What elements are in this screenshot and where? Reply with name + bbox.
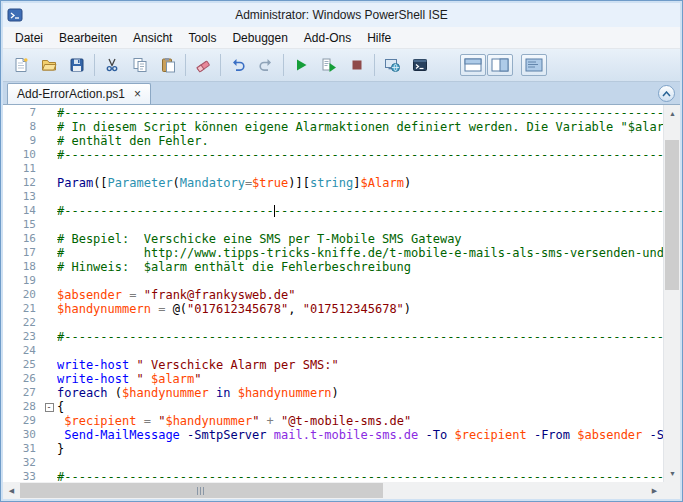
line-number: 30: [3, 428, 41, 442]
scrollbar-grip-icon: [197, 487, 206, 495]
menu-addons[interactable]: Add-Ons: [296, 27, 359, 48]
fold-margin: -: [41, 400, 57, 414]
toolbar-separator: [94, 54, 95, 76]
code-line-31[interactable]: 31}: [3, 442, 663, 456]
start-powershell-button[interactable]: [406, 52, 434, 79]
code-text: #---------------------------------------…: [57, 330, 663, 344]
script-pane-right-button[interactable]: [487, 54, 513, 76]
code-line-14[interactable]: 14#-------------------------------------…: [3, 204, 663, 218]
code-line-20[interactable]: 20$absender = "frank@frankysweb.de": [3, 288, 663, 302]
code-editor[interactable]: 7#--------------------------------------…: [3, 105, 663, 482]
menu-tools[interactable]: Tools: [180, 27, 224, 48]
open-script-button[interactable]: [35, 52, 63, 79]
code-line-10[interactable]: 10#-------------------------------------…: [3, 148, 663, 162]
menu-hilfe[interactable]: Hilfe: [359, 27, 399, 48]
horizontal-scrollbar-track[interactable]: [20, 482, 646, 499]
code-text: #---------------------------------------…: [57, 470, 663, 482]
toolbar-separator: [220, 54, 221, 76]
scroll-up-icon[interactable]: ▲: [664, 105, 680, 122]
undo-button[interactable]: [224, 52, 252, 79]
code-line-28[interactable]: 28-{: [3, 400, 663, 414]
cut-button[interactable]: [98, 52, 126, 79]
scroll-down-icon[interactable]: ▼: [664, 465, 680, 482]
fold-margin: [41, 176, 57, 190]
line-number: 32: [3, 456, 41, 470]
code-text: foreach ($handynummer in $handynummern): [57, 386, 663, 400]
code-line-16[interactable]: 16# Bespiel: Verschicke eine SMS per T-M…: [3, 232, 663, 246]
code-line-18[interactable]: 18# Hinweis: $alarm enthält die Fehlerbe…: [3, 260, 663, 274]
code-line-21[interactable]: 21$handynummern = @("017612345678", "017…: [3, 302, 663, 316]
menu-ansicht[interactable]: Ansicht: [125, 27, 180, 48]
code-text: [57, 218, 663, 232]
code-line-17[interactable]: 17# http://www.tipps-tricks-kniffe.de/t-…: [3, 246, 663, 260]
new-script-button[interactable]: [7, 52, 35, 79]
script-pane-top-button[interactable]: [460, 54, 486, 76]
fold-margin: [41, 162, 57, 176]
scroll-right-icon[interactable]: ▶: [646, 482, 663, 499]
close-icon[interactable]: ×: [134, 88, 141, 100]
line-number: 15: [3, 218, 41, 232]
redo-button[interactable]: [252, 52, 280, 79]
vertical-scrollbar-thumb[interactable]: [665, 140, 679, 290]
collapse-script-pane-button[interactable]: [658, 85, 675, 102]
code-line-23[interactable]: 23#-------------------------------------…: [3, 330, 663, 344]
menu-bearbeiten[interactable]: Bearbeiten: [51, 27, 125, 48]
code-line-33[interactable]: 33#-------------------------------------…: [3, 470, 663, 482]
line-number: 16: [3, 232, 41, 246]
menu-datei[interactable]: Datei: [7, 27, 51, 48]
code-text: # In diesem Script können eigene Alarmak…: [57, 120, 663, 134]
horizontal-scrollbar-thumb[interactable]: [20, 483, 383, 498]
code-line-12[interactable]: 12Param([Parameter(Mandatory=$true)][str…: [3, 176, 663, 190]
fold-margin: [41, 120, 57, 134]
line-number: 7: [3, 106, 41, 120]
stop-operation-button[interactable]: [343, 52, 371, 79]
code-text: [57, 316, 663, 330]
save-button[interactable]: [63, 52, 91, 79]
code-line-8[interactable]: 8# In diesem Script können eigene Alarma…: [3, 120, 663, 134]
window-title: Administrator: Windows PowerShell ISE: [3, 8, 680, 22]
paste-icon: [160, 57, 176, 73]
run-selection-button[interactable]: [315, 52, 343, 79]
title-bar[interactable]: Administrator: Windows PowerShell ISE: [3, 3, 680, 27]
fold-margin: [41, 218, 57, 232]
code-text: # Hinweis: $alarm enthält die Fehlerbesc…: [57, 260, 663, 274]
code-line-25[interactable]: 25write-host " Verschicke Alarm per SMS:…: [3, 358, 663, 372]
clear-console-button[interactable]: [189, 52, 217, 79]
code-line-11[interactable]: 11: [3, 162, 663, 176]
fold-margin: [41, 386, 57, 400]
vertical-scrollbar[interactable]: ▲ ▼: [663, 105, 680, 482]
run-script-button[interactable]: [287, 52, 315, 79]
code-line-26[interactable]: 26write-host " $alarm": [3, 372, 663, 386]
horizontal-scrollbar[interactable]: ◀ ▶: [3, 482, 663, 499]
tab-label: Add-ErrorAction.ps1: [17, 87, 125, 101]
code-text: [57, 274, 663, 288]
script-pane-maximized-button[interactable]: [521, 54, 547, 76]
fold-collapse-icon[interactable]: -: [45, 403, 54, 412]
code-line-32[interactable]: 32: [3, 456, 663, 470]
code-text: [57, 162, 663, 176]
new-remote-powershell-tab-button[interactable]: [378, 52, 406, 79]
code-line-15[interactable]: 15: [3, 218, 663, 232]
menu-debuggen[interactable]: Debuggen: [224, 27, 295, 48]
code-line-7[interactable]: 7#--------------------------------------…: [3, 106, 663, 120]
paste-button[interactable]: [154, 52, 182, 79]
open-script-icon: [41, 57, 57, 73]
new-remote-powershell-tab-icon: [384, 57, 400, 73]
vertical-scrollbar-track[interactable]: [664, 122, 680, 465]
code-line-29[interactable]: 29 $recipient = "$handynummer" + "@t-mob…: [3, 414, 663, 428]
code-line-24[interactable]: 24: [3, 344, 663, 358]
code-line-22[interactable]: 22: [3, 316, 663, 330]
copy-button[interactable]: [126, 52, 154, 79]
code-line-27[interactable]: 27foreach ($handynummer in $handynummern…: [3, 386, 663, 400]
fold-margin: [41, 232, 57, 246]
code-line-30[interactable]: 30 Send-MailMessage -SmtpServer mail.t-m…: [3, 428, 663, 442]
scroll-left-icon[interactable]: ◀: [3, 482, 20, 499]
code-line-19[interactable]: 19: [3, 274, 663, 288]
code-text: $handynummern = @("017612345678", "01751…: [57, 302, 663, 316]
code-line-9[interactable]: 9# enthält den Fehler.: [3, 134, 663, 148]
script-pane: 7#--------------------------------------…: [3, 105, 680, 482]
code-line-13[interactable]: 13: [3, 190, 663, 204]
cut-icon: [104, 57, 120, 73]
tab-add-erroraction[interactable]: Add-ErrorAction.ps1 ×: [7, 83, 151, 104]
run-selection-icon: [321, 57, 337, 73]
